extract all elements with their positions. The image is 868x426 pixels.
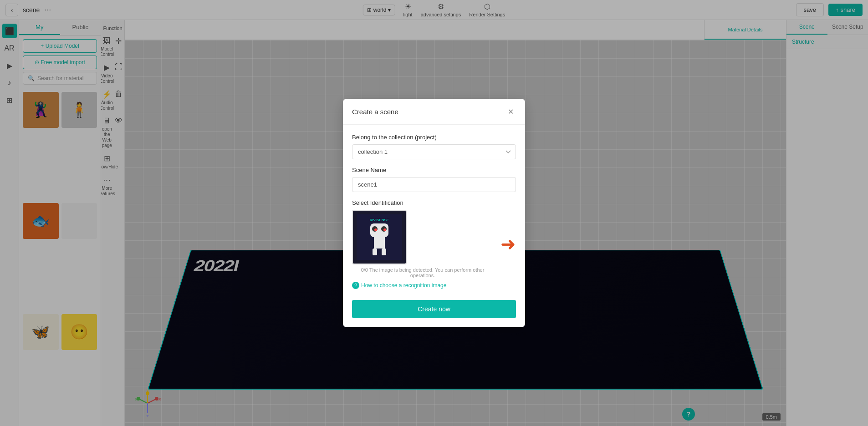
id-help-text: How to choose a recognition image — [361, 282, 446, 289]
modal-overlay: Create a scene ✕ Belong to the collectio… — [0, 0, 868, 426]
arrow-icon: ➜ — [500, 233, 516, 254]
id-status-text: 0/0 The image is being detected. You can… — [352, 267, 493, 278]
collection-label: Belong to the collection (project) — [352, 134, 516, 141]
modal-title: Create a scene — [352, 108, 398, 116]
modal-body: Belong to the collection (project) colle… — [343, 125, 525, 327]
id-thumbnail[interactable]: KIVISENSE — [352, 210, 407, 264]
modal-close-button[interactable]: ✕ — [505, 106, 516, 117]
robot-thumbnail-svg: KIVISENSE — [357, 214, 402, 260]
svg-rect-18 — [373, 248, 377, 255]
svg-rect-19 — [382, 248, 386, 255]
identification-label: Select Identification — [352, 199, 516, 206]
svg-point-17 — [383, 228, 386, 231]
modal-header: Create a scene ✕ — [343, 99, 525, 125]
scene-name-field: Scene Name — [352, 167, 516, 192]
svg-text:KIVISENSE: KIVISENSE — [370, 218, 389, 222]
id-help-link[interactable]: ? How to choose a recognition image — [352, 282, 516, 289]
id-image-area: KIVISENSE 0/0 The image is being detecte… — [352, 210, 516, 278]
collection-select[interactable]: collection 1 — [352, 144, 516, 159]
create-now-button[interactable]: Create now — [352, 300, 516, 318]
create-scene-modal: Create a scene ✕ Belong to the collectio… — [343, 99, 525, 327]
scene-name-input[interactable] — [352, 177, 516, 192]
collection-field: Belong to the collection (project) colle… — [352, 134, 516, 159]
identification-field: Select Identification — [352, 199, 516, 289]
scene-name-label: Scene Name — [352, 167, 516, 173]
svg-rect-13 — [374, 237, 385, 248]
question-icon: ? — [352, 282, 359, 289]
svg-point-16 — [374, 228, 377, 231]
id-thumbnail-container: KIVISENSE 0/0 The image is being detecte… — [352, 210, 493, 278]
